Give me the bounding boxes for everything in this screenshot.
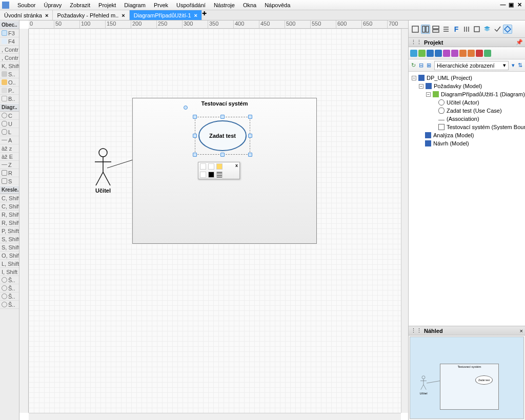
tool-item[interactable]: K, Shift [0,62,19,70]
style-button[interactable] [200,163,206,170]
tool-item[interactable]: S, Shift [0,235,19,243]
tool-item[interactable]: Š.. [0,301,19,309]
window-close-icon[interactable]: ✕ [516,2,523,8]
menu-diagram[interactable]: Diagram [120,1,150,9]
horizontal-scrollbar[interactable] [29,413,401,420]
tool-item[interactable]: S, Shift [0,243,19,251]
collapse-icon[interactable]: − [426,92,431,97]
close-icon[interactable]: x [235,163,238,168]
tool-item[interactable]: P.. [0,87,19,95]
preview-canvas[interactable]: Testovací systém Zadat test Učitel [410,337,524,419]
filter-icon[interactable]: ▾ [512,62,515,69]
toolbar-button[interactable] [503,25,512,34]
tree-node-actor[interactable]: Učitel (Actor) [409,98,525,107]
tool-item[interactable]: Š.. [0,276,19,284]
tree-node-usecase[interactable]: Zadat test (Use Case) [409,107,525,115]
tree-node-model[interactable]: Analýza (Model) [409,131,525,139]
tool-item[interactable]: R [0,169,19,177]
tool-item[interactable]: O, Shift [0,251,19,260]
menu-napoveda[interactable]: Nápověda [260,1,294,9]
align-icon[interactable] [216,172,223,178]
tool-item[interactable]: P, Shift [0,227,19,235]
menu-usporadani[interactable]: Uspořádání [172,1,210,9]
collapse-icon[interactable]: ⊞ [427,62,431,69]
window-minimize-icon[interactable]: — [499,2,507,8]
add-icon[interactable] [418,50,426,57]
tool-item[interactable]: A [0,136,19,144]
toolbar-button[interactable] [472,25,481,34]
pin-icon[interactable]: 📌 [516,39,523,46]
menu-upravy[interactable]: Úpravy [39,1,66,9]
tool-actor[interactable]: C [0,112,19,120]
check-icon[interactable] [493,25,502,34]
resize-handle[interactable] [220,115,225,119]
resize-handle[interactable] [220,153,225,157]
tool-item[interactable]: Š.. [0,292,19,301]
collapse-icon[interactable]: − [419,84,423,89]
tool-item[interactable]: O.. [0,78,19,87]
tree-node-diagram[interactable]: −DiagramPřípadůUžití-1 (Diagram) [409,90,525,98]
tool-item[interactable]: C, Shift [0,202,19,211]
bold-icon[interactable]: F [452,25,461,34]
menu-projekt[interactable]: Projekt [94,1,120,9]
toolbar-icon[interactable] [451,50,458,57]
tool-usecase[interactable]: U [0,120,19,128]
toolbar-button[interactable] [421,25,430,34]
tool-item[interactable]: L, Shift [0,260,19,268]
tab-add-button[interactable]: ✚ [202,10,207,20]
fill-color-button[interactable] [200,172,206,178]
toolbar-button[interactable] [411,25,420,34]
tool-item[interactable]: , Contr [0,46,19,54]
palette-section-obecne[interactable]: Obec.. [0,20,19,29]
tool-item[interactable]: S [0,177,19,185]
tool-item[interactable]: B.. [0,95,19,103]
tab-diagram[interactable]: DiagramPřípadůUžití-1 × [130,10,202,20]
collapse-icon[interactable]: − [412,76,416,80]
tree-node-association[interactable]: (Association) [409,115,525,123]
tool-item[interactable]: I, Shift [0,268,19,276]
refresh-icon[interactable]: ↻ [411,62,416,69]
usecase-element[interactable]: Zadat test [198,120,247,152]
menu-okna[interactable]: Okna [239,1,260,9]
tab-close-icon[interactable]: × [45,12,48,18]
project-panel-header[interactable]: ⋮⋮ Projekt 📌 [409,38,525,47]
tool-item[interactable]: C, Shift [0,194,19,202]
palette-section-kresleni[interactable]: Kresle.. [0,185,19,194]
tool-item[interactable]: L [0,128,19,136]
toolbar-icon[interactable] [459,50,467,57]
rotate-handle-icon[interactable] [184,106,188,110]
toolbar-icon[interactable] [484,50,491,57]
resize-handle[interactable] [193,153,197,157]
toolbar-icon[interactable] [443,50,450,57]
tree-node-model[interactable]: Návrh (Model) [409,139,525,148]
line-color-button[interactable] [208,172,214,178]
note-icon[interactable] [216,163,223,170]
toolbar-button[interactable] [431,25,440,34]
actor-element[interactable]: Učitel [88,148,118,194]
tool-item[interactable]: R, Shift [0,219,19,227]
toolbar-button[interactable] [441,25,451,34]
tree-icon[interactable]: ⊟ [419,62,423,69]
tool-pointer[interactable]: F3 [0,29,19,37]
tab-close-icon[interactable]: × [122,12,125,18]
toolbar-icon[interactable] [468,50,475,57]
project-tree[interactable]: −DP_UML (Project) −Požadavky (Model) −Di… [409,72,525,326]
tool-item[interactable]: R, Shift [0,211,19,219]
resize-handle[interactable] [248,153,252,157]
tool-item[interactable]: , Contr [0,54,19,62]
tool-item[interactable]: Z [0,161,19,169]
resize-handle[interactable] [193,115,197,119]
tree-node-boundary[interactable]: Testovací systém (System Boundary) [409,123,525,131]
tree-node-model[interactable]: −Požadavky (Model) [409,82,525,90]
resize-handle[interactable] [193,134,197,138]
tab-uvodni[interactable]: Úvodní stránka × [0,10,53,20]
menu-prvek[interactable]: Prvek [150,1,172,9]
tab-pozadavky[interactable]: Požadavky - Přehled m.. × [53,10,129,20]
menu-soubor[interactable]: Soubor [13,1,39,9]
new-diagram-icon[interactable] [410,50,417,57]
tab-close-icon[interactable]: × [194,12,197,18]
tool-item[interactable]: S.. [0,70,19,78]
toolbar-button[interactable] [462,25,471,34]
tool-item[interactable]: àž E [0,153,19,161]
resize-handle[interactable] [248,134,252,138]
